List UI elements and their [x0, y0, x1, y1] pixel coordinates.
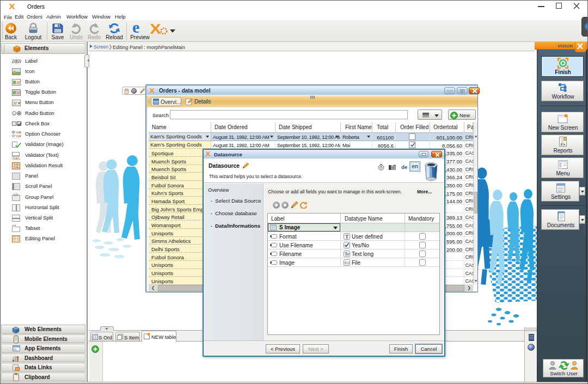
- svg-text:T: T: [345, 234, 349, 240]
- svg-text:01: 01: [345, 261, 349, 265]
- svg-text:Te: Te: [345, 251, 350, 257]
